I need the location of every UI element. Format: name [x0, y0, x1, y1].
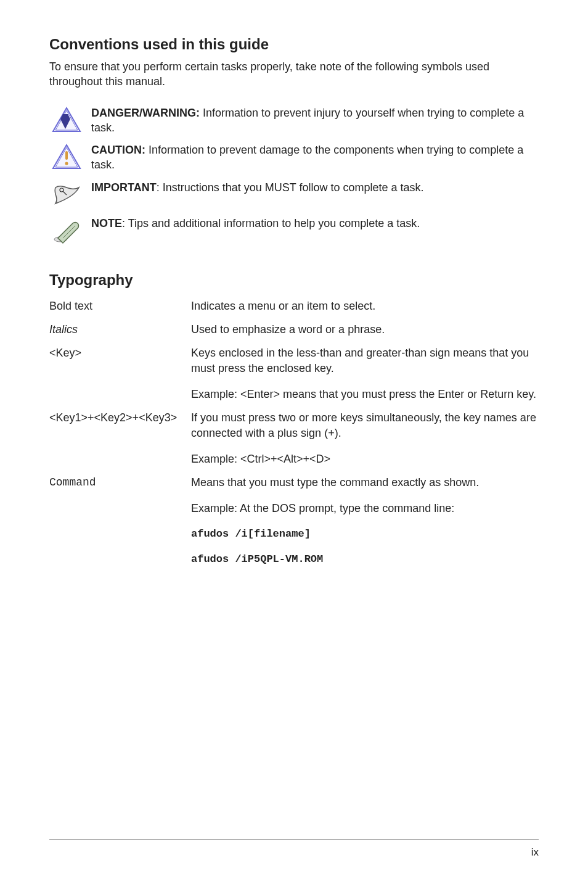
callout-danger-text: DANGER/WARNING: Information to prevent i…	[84, 105, 539, 136]
typo-def-bold: Indicates a menu or an item to select.	[191, 299, 539, 313]
note-icon	[49, 216, 84, 244]
typo-def-keycombo: If you must press two or more keys simul…	[191, 410, 539, 466]
callout-note: NOTE: Tips and additional information to…	[49, 216, 539, 244]
typo-term-command: Command	[49, 475, 191, 490]
typo-def-command: Means that you must type the command exa…	[191, 475, 539, 566]
typo-def-italics: Used to emphasize a word or a phrase.	[191, 322, 539, 337]
typo-row-command: Command Means that you must type the com…	[49, 475, 539, 566]
typography-heading: Typography	[49, 271, 539, 289]
typo-term-italics: Italics	[49, 322, 191, 337]
conventions-heading: Conventions used in this guide	[49, 36, 539, 53]
footer-rule	[49, 840, 539, 840]
typo-def-key-1: Example: <Enter> means that you must pre…	[191, 387, 539, 402]
callout-important-body: : Instructions that you MUST follow to c…	[157, 181, 424, 194]
callout-note-body: : Tips and additional information to hel…	[122, 217, 420, 229]
important-icon	[49, 180, 84, 208]
callout-danger-label: DANGER/WARNING:	[91, 107, 200, 119]
callout-note-text: NOTE: Tips and additional information to…	[84, 216, 420, 231]
svg-point-6	[65, 162, 68, 165]
typo-def-keycombo-0: If you must press two or more keys simul…	[191, 410, 539, 440]
callout-important-label: IMPORTANT	[91, 181, 157, 194]
callout-note-label: NOTE	[91, 217, 122, 229]
typo-row-key: <Key> Keys enclosed in the less-than and…	[49, 345, 539, 402]
typo-def-italics-0: Used to emphasize a word or a phrase.	[191, 322, 539, 337]
typo-term-keycombo: <Key1>+<Key2>+<Key3>	[49, 410, 191, 425]
typo-def-command-mono-0: afudos /i[filename]	[191, 527, 539, 542]
caution-icon	[49, 142, 84, 171]
typo-def-command-0: Means that you must type the command exa…	[191, 475, 539, 490]
typo-def-bold-0: Indicates a menu or an item to select.	[191, 299, 539, 313]
danger-icon	[49, 105, 84, 134]
callout-caution-label: CAUTION:	[91, 144, 145, 156]
typo-def-command-1: Example: At the DOS prompt, type the com…	[191, 501, 539, 516]
typo-row-bold: Bold text Indicates a menu or an item to…	[49, 299, 539, 313]
typo-def-keycombo-1: Example: <Ctrl>+<Alt>+<D>	[191, 452, 539, 466]
typo-def-key-0: Keys enclosed in the less-than and great…	[191, 345, 539, 376]
conventions-intro: To ensure that you perform certain tasks…	[49, 59, 539, 89]
callout-important: IMPORTANT: Instructions that you MUST fo…	[49, 180, 539, 208]
typography-table: Bold text Indicates a menu or an item to…	[49, 299, 539, 567]
typo-row-italics: Italics Used to emphasize a word or a ph…	[49, 322, 539, 337]
callout-caution: CAUTION: Information to prevent damage t…	[49, 142, 539, 173]
typo-row-keycombo: <Key1>+<Key2>+<Key3> If you must press t…	[49, 410, 539, 466]
typo-term-key: <Key>	[49, 345, 191, 360]
callout-important-text: IMPORTANT: Instructions that you MUST fo…	[84, 180, 424, 195]
callout-danger: DANGER/WARNING: Information to prevent i…	[49, 105, 539, 136]
typo-def-key: Keys enclosed in the less-than and great…	[191, 345, 539, 402]
callout-caution-text: CAUTION: Information to prevent damage t…	[84, 142, 539, 173]
typo-def-command-mono-1: afudos /iP5QPL-VM.ROM	[191, 553, 539, 567]
page-number: ix	[531, 846, 539, 859]
svg-rect-5	[65, 151, 68, 160]
callout-caution-body: Information to prevent damage to the com…	[91, 144, 523, 171]
typo-term-bold: Bold text	[49, 299, 191, 313]
